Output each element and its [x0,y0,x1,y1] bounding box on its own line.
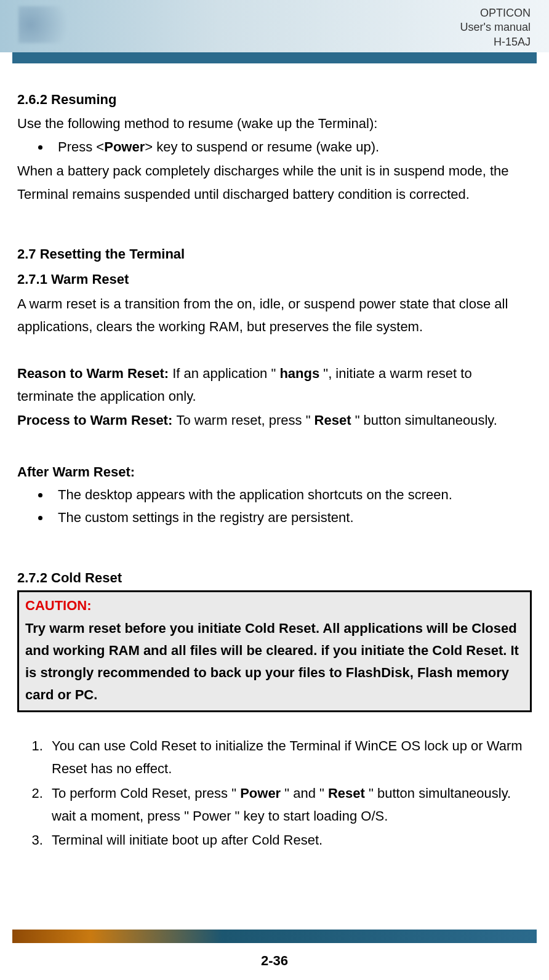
text: " button simultaneously. [351,412,497,428]
header-banner: OPTICON User's manual H-15AJ [0,0,549,52]
header-line-1: OPTICON [460,6,531,20]
list-item: Press <Power> key to suspend or resume (… [50,135,532,158]
reset-button-label: Reset [328,785,365,801]
text: To warm reset, press " [176,412,314,428]
caution-text: Try warm reset before you initiate Cold … [25,617,524,707]
power-button-label: Power [240,785,281,801]
text: Press < [58,139,104,155]
power-key-label: Power [104,139,145,155]
resuming-intro: Use the following method to resume (wake… [17,112,532,135]
heading-2-7-1: 2.7.1 Warm Reset [17,268,532,291]
text: > key to suspend or resume (wake up). [145,139,379,155]
warm-reset-reason: Reason to Warm Reset: If an application … [17,362,532,408]
caution-label: CAUTION: [25,595,524,617]
text: To perform Cold Reset, press " [52,785,240,801]
heading-2-6-2: 2.6.2 Resuming [17,88,532,111]
page-number: 2-36 [0,953,549,969]
text: If an application " [172,366,279,381]
header-line-3: H-15AJ [460,35,531,49]
header-text: OPTICON User's manual H-15AJ [460,6,531,49]
process-label: Process to Warm Reset: [17,412,176,428]
cold-reset-steps: You can use Cold Reset to initialize the… [17,734,532,852]
list-item: The desktop appears with the application… [50,483,532,506]
warm-reset-process: Process to Warm Reset: To warm reset, pr… [17,409,532,432]
header-accent-bar [12,52,537,63]
footer-accent-bar [12,930,537,943]
reason-label: Reason to Warm Reset: [17,366,172,381]
header-line-2: User's manual [460,20,531,34]
list-item: To perform Cold Reset, press " Power " a… [47,782,532,828]
caution-box: CAUTION: Try warm reset before you initi… [17,590,532,712]
heading-2-7-2: 2.7.2 Cold Reset [17,566,532,589]
resuming-bullets: Press <Power> key to suspend or resume (… [17,135,532,158]
text: " and " [281,785,328,801]
list-item: Terminal will initiate boot up after Col… [47,829,532,851]
heading-2-7: 2.7 Resetting the Terminal [17,243,532,265]
list-item: You can use Cold Reset to initialize the… [47,734,532,781]
page-content: 2.6.2 Resuming Use the following method … [0,63,549,852]
after-warm-reset-bullets: The desktop appears with the application… [17,483,532,529]
reset-button-label: Reset [315,412,351,428]
list-item: The custom settings in the registry are … [50,506,532,529]
resuming-after-text: When a battery pack completely discharge… [17,159,532,206]
after-warm-reset-label: After Warm Reset: [17,460,532,483]
warm-reset-desc: A warm reset is a transition from the on… [17,292,532,339]
hangs-label: hangs [279,366,319,381]
